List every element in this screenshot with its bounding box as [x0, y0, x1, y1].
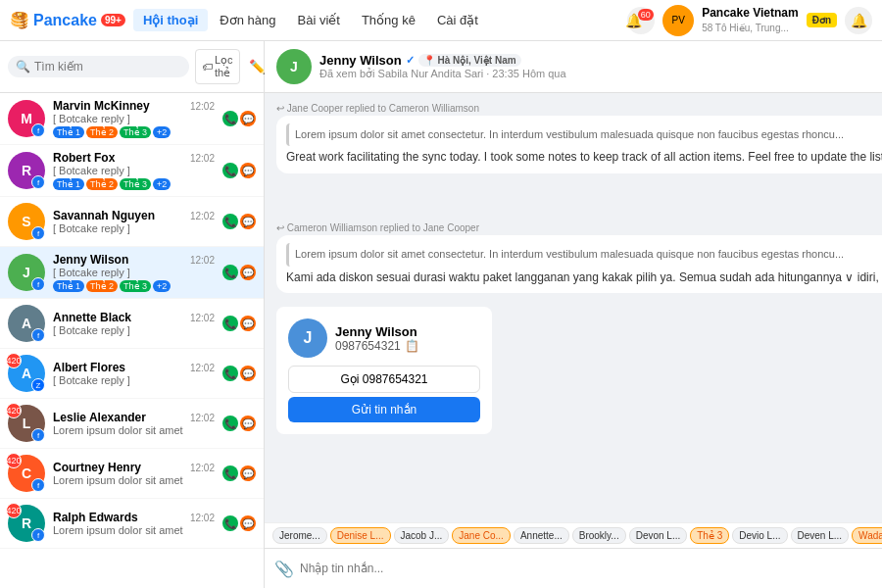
chat-tag[interactable]: Jane Co... [452, 527, 511, 544]
msg-action[interactable]: 💬 [240, 515, 256, 531]
quoted-message: Lorem ipsum dolor sit amet consectetur. … [286, 123, 882, 146]
nav-item-thống kê[interactable]: Thống kê [352, 9, 425, 31]
attach-icon[interactable]: 📎 [274, 560, 294, 578]
conv-info: Ralph Edwards 12:02 Lorem ipsum dolor si… [53, 511, 215, 536]
conv-actions: 📞 💬 [222, 515, 256, 531]
message-bubble: Lorem ipsum dolor sit amet consectetur. … [276, 235, 882, 293]
chat-tag[interactable]: Wada... [852, 527, 882, 544]
conv-name: Annette Black [53, 311, 131, 324]
conversation-item[interactable]: Sf Savannah Nguyen 12:02 [ Botcake reply… [0, 197, 264, 247]
don-badge: Đơn [807, 13, 837, 27]
conv-name-row: Albert Flores 12:02 [53, 361, 215, 374]
bell-icon-right[interactable]: 🔔 [845, 7, 872, 34]
chat-input-area: 📎 😊 🖼 🎤2 ➤ ↩ [265, 548, 882, 588]
conv-tag: Thẻ 1 [53, 178, 84, 190]
send-message-button[interactable]: Gửi tin nhắn [288, 397, 480, 422]
msg-action[interactable]: 💬 [240, 163, 256, 178]
conversation-item[interactable]: Af Annette Black 12:02 [ Botcake reply ]… [0, 299, 264, 349]
reply-header: ↩ Cameron Williamson replied to Jane Coo… [276, 222, 882, 233]
conversation-item[interactable]: C420f Courtney Henry 12:02 Lorem ipsum d… [0, 449, 264, 499]
phone-action[interactable]: 📞 [222, 515, 238, 531]
conv-tag: +2 [153, 280, 171, 292]
chat-tag[interactable]: Annette... [514, 527, 569, 544]
filter-button[interactable]: 🏷 Lọc thẻ [195, 49, 240, 84]
conv-avatar: Af [8, 305, 45, 342]
chat-tag[interactable]: Thẻ 3 [690, 527, 729, 544]
phone-action[interactable]: 📞 [222, 265, 238, 280]
phone-action[interactable]: 📞 [222, 111, 238, 126]
nav-items: Hội thoạiĐơn hàngBài viếtThống kêCài đặt [133, 9, 488, 31]
conv-name: Savannah Nguyen [53, 209, 155, 222]
conv-info: Savannah Nguyen 12:02 [ Botcake reply ] [53, 209, 215, 234]
conv-time: 12:02 [190, 463, 215, 473]
conv-tag: Thẻ 1 [53, 280, 84, 292]
msg-action[interactable]: 💬 [240, 111, 256, 126]
chat-tag[interactable]: Brookly... [572, 527, 626, 544]
notification-bell[interactable]: 🔔 60 [627, 7, 655, 34]
search-input[interactable] [34, 60, 181, 74]
nav-item-đơn hàng[interactable]: Đơn hàng [210, 9, 285, 31]
nav-item-bài viết[interactable]: Bài viết [288, 9, 350, 31]
nav-right: 🔔 60 PV Pancake Vietnam 58 Tô Hiếu, Trun… [627, 5, 872, 36]
conv-name-row: Annette Black 12:02 [53, 311, 215, 324]
conv-avatar: R420f [8, 505, 45, 542]
conversation-item[interactable]: Mf Marvin McKinney 12:02 [ Botcake reply… [0, 93, 264, 145]
phone-action[interactable]: 📞 [222, 466, 238, 481]
platform-icon: f [31, 226, 45, 240]
phone-action[interactable]: 📞 [222, 214, 238, 229]
action-icons: 📞 💬 [222, 265, 256, 280]
chat-tag[interactable]: Jerome... [272, 527, 327, 544]
chat-tag[interactable]: Deven L... [791, 527, 850, 544]
filter-label: Lọc thẻ [215, 54, 233, 79]
nav-item-cài đặt[interactable]: Cài đặt [427, 9, 488, 31]
msg-action[interactable]: 💬 [240, 316, 256, 331]
user-name: Pancake Vietnam [702, 6, 799, 22]
nav-item-hội thoại[interactable]: Hội thoại [133, 9, 208, 31]
verified-icon: ✓ [406, 54, 415, 67]
conversation-item[interactable]: R420f Ralph Edwards 12:02 Lorem ipsum do… [0, 499, 264, 549]
conversation-item[interactable]: A420Z Albert Flores 12:02 [ Botcake repl… [0, 349, 264, 399]
msg-action[interactable]: 💬 [240, 466, 256, 481]
conv-name: Courtney Henry [53, 461, 141, 474]
action-icons: 📞 💬 [222, 416, 256, 431]
conversation-item[interactable]: Rf Robert Fox 12:02 [ Botcake reply ] Th… [0, 145, 264, 197]
conv-name-row: Jenny Wilson 12:02 [53, 253, 215, 267]
chat-input[interactable] [300, 562, 882, 575]
conv-time: 12:02 [190, 313, 215, 323]
phone-action[interactable]: 📞 [222, 163, 238, 178]
phone-action[interactable]: 📞 [222, 416, 238, 431]
conv-name: Jenny Wilson [53, 253, 128, 267]
main-layout: 🔍 🏷 Lọc thẻ ✏️ ⚙️ Mf Marvin McKinney 12:… [0, 41, 882, 588]
chat-tag[interactable]: Denise L... [330, 527, 391, 544]
msg-action[interactable]: 💬 [240, 366, 256, 381]
logo-text: Pancake [33, 12, 97, 29]
call-button[interactable]: Gọi 0987654321 [288, 366, 480, 393]
chat-tag[interactable]: Devon L... [629, 527, 688, 544]
chat-tag[interactable]: Devio L... [732, 527, 787, 544]
msg-action[interactable]: 💬 [240, 416, 256, 431]
top-navigation: 🥞 Pancake 99+ Hội thoạiĐơn hàngBài viếtT… [0, 0, 882, 41]
chat-tag[interactable]: Jacob J... [394, 527, 450, 544]
platform-icon: Z [31, 378, 45, 392]
phone-action[interactable]: 📞 [222, 316, 238, 331]
chat-user-info: Jenny Wilson ✓ 📍 Hà Nội, Việt Nam Đã xem… [319, 53, 882, 80]
conversation-item[interactable]: L420f Leslie Alexander 12:02 Lorem ipsum… [0, 399, 264, 449]
phone-action[interactable]: 📞 [222, 366, 238, 381]
conversation-item[interactable]: Jf Jenny Wilson 12:02 [ Botcake reply ] … [0, 247, 264, 299]
action-icons: 📞 💬 [222, 214, 256, 229]
action-icons: 📞 💬 [222, 111, 256, 126]
platform-icon: f [31, 277, 45, 291]
location-tag: 📍 Hà Nội, Việt Nam [418, 54, 521, 67]
conv-name: Leslie Alexander [53, 411, 146, 424]
chat-area: J Jenny Wilson ✓ 📍 Hà Nội, Việt Nam Đã x… [265, 41, 882, 588]
msg-action[interactable]: 💬 [240, 214, 256, 229]
msg-action[interactable]: 💬 [240, 265, 256, 280]
conv-info: Robert Fox 12:02 [ Botcake reply ] Thẻ 1… [53, 151, 215, 190]
conv-name-row: Marvin McKinney 12:02 [53, 99, 215, 113]
conv-preview: [ Botcake reply ] [53, 267, 215, 278]
conv-time: 12:02 [190, 413, 215, 423]
search-box[interactable]: 🔍 [8, 56, 189, 77]
conv-time: 12:02 [190, 363, 215, 373]
contact-info: Jenny Wilson 0987654321 📋 [335, 324, 419, 353]
copy-icon[interactable]: 📋 [405, 339, 419, 353]
